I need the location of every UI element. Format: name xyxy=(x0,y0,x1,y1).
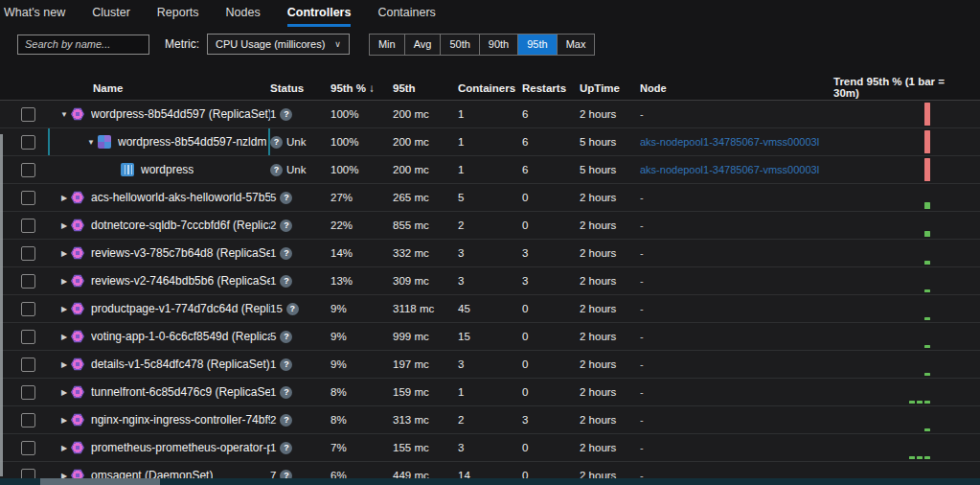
uptime-value: 2 hours xyxy=(580,386,640,398)
restarts-count: 6 xyxy=(522,164,580,175)
name-cell: ▼ wordpress-8b54dd597-nzldm xyxy=(48,128,270,155)
row-checkbox[interactable] xyxy=(21,107,35,122)
controller-name[interactable]: prometheus-prometheus-operator-promet... xyxy=(91,441,270,454)
controller-name[interactable]: dotnetcore-sqldb-7cccbfd6f (ReplicaSet) xyxy=(91,219,270,232)
table-row[interactable]: ▼ wordpress-8b54dd597-nzldm ? Unk 100% 2… xyxy=(0,128,980,156)
row-checkbox[interactable] xyxy=(21,135,35,150)
metric-dropdown[interactable]: CPU Usage (millicores) ∨ xyxy=(207,34,350,55)
table-row[interactable]: ▶ voting-app-1-0-6c6cf8549d (ReplicaSet)… xyxy=(0,323,980,351)
left-edge-scrollbar[interactable] xyxy=(0,134,3,476)
column-header-status[interactable]: Status xyxy=(270,82,330,94)
unknown-status-icon: ? xyxy=(280,219,292,232)
trend-sparkline xyxy=(924,130,930,153)
controller-name[interactable]: wordpress-8b54dd597 (ReplicaSet) xyxy=(91,107,270,121)
restarts-count: 0 xyxy=(522,331,580,342)
row-checkbox[interactable] xyxy=(21,219,35,233)
node-empty: - xyxy=(640,414,644,426)
table-row[interactable]: ▼ wordpress-8b54dd597 (ReplicaSet) 1 ? 1… xyxy=(0,101,980,128)
node-value: - xyxy=(640,108,833,120)
expand-arrow-icon[interactable]: ▶ xyxy=(57,444,71,452)
column-header-restarts[interactable]: Restarts xyxy=(522,82,580,94)
expand-arrow-icon[interactable]: ▶ xyxy=(57,221,71,230)
percentile-button-90th[interactable]: 90th xyxy=(480,35,518,55)
table-row[interactable]: ▶ nginx-nginx-ingress-controller-74bf9bd… xyxy=(0,406,980,434)
percentile-button-50th[interactable]: 50th xyxy=(441,35,479,55)
replicaset-icon xyxy=(71,330,84,343)
trend-bar xyxy=(924,373,930,376)
column-header-node[interactable]: Node xyxy=(640,82,833,94)
expand-arrow-icon[interactable]: ▼ xyxy=(84,138,98,147)
row-checkbox[interactable] xyxy=(21,163,35,177)
horizontal-scrollbar[interactable] xyxy=(0,478,980,485)
trend-bar xyxy=(924,317,930,320)
row-checkbox[interactable] xyxy=(21,330,35,344)
replicaset-icon xyxy=(71,441,84,454)
table-row[interactable]: ▶ dotnetcore-sqldb-7cccbfd6f (ReplicaSet… xyxy=(0,212,980,240)
percentile-button-max[interactable]: Max xyxy=(558,35,595,55)
row-checkbox[interactable] xyxy=(21,441,35,455)
percentile-button-95th[interactable]: 95th xyxy=(518,35,557,55)
row-checkbox[interactable] xyxy=(21,274,35,289)
column-header-trend[interactable]: Trend 95th % (1 bar = 30m) xyxy=(833,76,980,100)
tab-cluster[interactable]: Cluster xyxy=(92,6,130,27)
expand-arrow-icon[interactable]: ▶ xyxy=(57,416,71,425)
column-header-name[interactable]: Name xyxy=(48,76,270,100)
row-checkbox[interactable] xyxy=(21,358,35,372)
tab-controllers[interactable]: Controllers xyxy=(287,6,352,27)
row-checkbox[interactable] xyxy=(21,191,35,205)
column-header-uptime[interactable]: UpTime xyxy=(580,82,640,94)
trend-sparkline xyxy=(924,202,930,209)
containers-count: 2 xyxy=(458,414,522,426)
node-link[interactable]: aks-nodepool1-34785067-vmss00003l xyxy=(640,164,819,175)
status-unknown-label: Unk xyxy=(286,164,306,175)
table-row[interactable]: wordpress ? Unk 100% 200 mc 1 6 5 hours … xyxy=(0,156,980,184)
column-header-95th-[interactable]: 95th % ↓ xyxy=(330,82,393,94)
expand-arrow-icon[interactable]: ▶ xyxy=(57,194,71,202)
table-row[interactable]: ▶ acs-helloworld-aks-helloworld-57b547ff… xyxy=(0,184,980,212)
expand-arrow-icon[interactable]: ▶ xyxy=(57,249,71,258)
percentile-button-avg[interactable]: Avg xyxy=(405,35,442,55)
expand-arrow-icon[interactable]: ▶ xyxy=(57,333,71,341)
controller-name[interactable]: productpage-v1-774d7dc64d (ReplicaSet) xyxy=(91,302,270,315)
controller-name[interactable]: voting-app-1-0-6c6cf8549d (ReplicaSet) xyxy=(91,330,270,343)
table-row[interactable]: ▶ reviews-v2-7464bdb5b6 (ReplicaSet) 1 ?… xyxy=(0,267,980,295)
containers-count: 3 xyxy=(458,442,522,453)
row-checkbox[interactable] xyxy=(21,246,35,261)
node-link[interactable]: aks-nodepool1-34785067-vmss00003l xyxy=(640,136,819,148)
controller-name[interactable]: wordpress-8b54dd597-nzldm xyxy=(118,135,266,149)
row-checkbox[interactable] xyxy=(21,385,35,400)
expand-arrow-icon[interactable]: ▼ xyxy=(57,110,71,119)
tab-nodes[interactable]: Nodes xyxy=(226,6,261,27)
unknown-status-icon: ? xyxy=(280,331,292,343)
expand-arrow-icon[interactable]: ▶ xyxy=(57,305,71,313)
horizontal-scrollbar-thumb[interactable] xyxy=(40,478,160,485)
percentile-button-min[interactable]: Min xyxy=(370,35,405,55)
table-row[interactable]: ▶ prometheus-prometheus-operator-promet.… xyxy=(0,434,980,462)
tab-containers[interactable]: Containers xyxy=(377,6,435,27)
tab-reports[interactable]: Reports xyxy=(157,6,199,27)
controller-name[interactable]: acs-helloworld-aks-helloworld-57b547ffb8… xyxy=(91,191,270,204)
row-checkbox[interactable] xyxy=(21,302,35,316)
column-header-containers[interactable]: Containers xyxy=(458,82,522,94)
expand-arrow-icon[interactable]: ▶ xyxy=(57,388,71,397)
controller-name[interactable]: reviews-v2-7464bdb5b6 (ReplicaSet) xyxy=(91,274,270,288)
trend-cell xyxy=(833,212,980,239)
table-row[interactable]: ▶ tunnelfront-6c85d476c9 (ReplicaSet) 1 … xyxy=(0,379,980,406)
row-checkbox[interactable] xyxy=(21,413,35,427)
restarts-count: 0 xyxy=(522,442,580,453)
search-input[interactable] xyxy=(17,35,149,55)
table-row[interactable]: ▶ reviews-v3-785c7b64d8 (ReplicaSet) 1 ?… xyxy=(0,240,980,267)
column-header-95th[interactable]: 95th xyxy=(393,82,458,94)
expand-arrow-icon[interactable]: ▶ xyxy=(57,277,71,286)
table-row[interactable]: ▶ details-v1-5c84dfc478 (ReplicaSet) 1 ?… xyxy=(0,351,980,379)
controller-name[interactable]: details-v1-5c84dfc478 (ReplicaSet) xyxy=(91,358,270,371)
table-row[interactable]: ▶ productpage-v1-774d7dc64d (ReplicaSet)… xyxy=(0,295,980,323)
controller-name[interactable]: tunnelfront-6c85d476c9 (ReplicaSet) xyxy=(91,385,270,399)
controller-name[interactable]: reviews-v3-785c7b64d8 (ReplicaSet) xyxy=(91,246,270,260)
trend-cell xyxy=(833,156,980,183)
node-empty: - xyxy=(640,275,644,287)
controller-name[interactable]: wordpress xyxy=(141,163,194,176)
expand-arrow-icon[interactable]: ▶ xyxy=(57,360,71,369)
controller-name[interactable]: nginx-nginx-ingress-controller-74bf9bd9f… xyxy=(91,413,270,427)
tab-what-s-new[interactable]: What's new xyxy=(4,6,65,27)
